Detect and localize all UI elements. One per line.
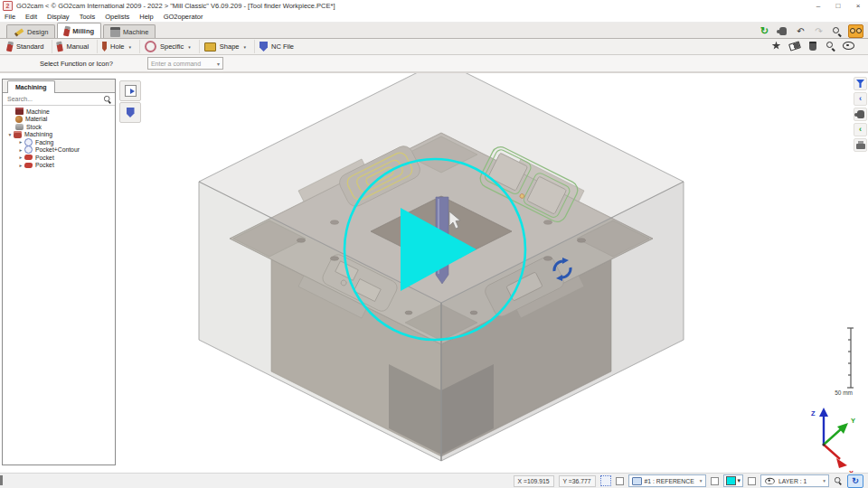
menu-tools[interactable]: Tools [80,13,96,21]
pocket-contour-icon [24,145,33,154]
color-swatch[interactable] [726,476,736,485]
regenerate-button[interactable]: ↻ [847,474,863,488]
specific-dropdown-arrow[interactable]: ▾ [188,44,191,50]
clear-toolpath-icon[interactable] [806,40,819,52]
material-icon [15,116,23,123]
specific-icon [145,41,156,52]
layer-select[interactable]: LAYER : 1 ▾ [760,474,829,487]
reference-select[interactable]: #1 : REFERENCE ▾ [628,474,706,487]
menu-help[interactable]: Help [139,13,153,21]
tree-label: Material [25,116,47,122]
tree-item-machine[interactable]: Machine [3,108,115,116]
chevron-down-icon[interactable]: ▾ [823,478,826,483]
pocket-icon [24,155,33,160]
simulation-icon[interactable] [769,40,783,52]
reference-label: #1 : REFERENCE [645,478,694,484]
standard-button[interactable]: Standard [3,40,52,53]
viewport-3d[interactable]: 50 mm Z Y X [116,73,868,478]
command-combobox[interactable]: Enter a command ▾ [147,57,223,70]
operation-preview-button[interactable] [119,80,141,101]
zoom-window-icon[interactable] [824,40,837,52]
grab-hand-icon[interactable] [854,108,867,121]
shape-button[interactable]: Shape ▾ [200,40,255,53]
hole-dropdown-arrow[interactable]: ▾ [129,44,132,50]
tree-item-stock[interactable]: Stock [3,123,115,131]
machining-tree: Machine Material Stock ▾ Machining ▸ [3,106,115,465]
hole-icon [102,42,107,52]
layer-checkbox[interactable] [748,477,756,485]
collapse-green-icon[interactable]: ‹ [854,123,867,136]
menu-display[interactable]: Display [47,13,70,21]
design-icon [14,27,24,36]
filter-icon[interactable] [854,77,867,90]
shape-dropdown-arrow[interactable]: ▾ [243,44,246,50]
layer-label: LAYER : 1 [778,478,807,484]
zoom-icon[interactable] [830,25,844,37]
undo-icon[interactable]: ↶ [794,25,807,37]
collapse-blue-icon[interactable]: ‹ [854,92,867,106]
grid-snap-icon[interactable] [600,475,611,486]
manual-button[interactable]: Manual [52,40,98,53]
standard-icon [6,41,14,52]
search-icon[interactable] [104,96,111,103]
chevron-down-icon[interactable]: ▾ [700,478,703,483]
redo-icon[interactable]: ↷ [812,25,826,37]
milling-icon [63,25,71,36]
nc-file-icon [259,42,268,52]
chevron-down-icon[interactable]: ▾ [217,61,220,67]
tree-item-facing[interactable]: ▸ Facing [3,138,115,146]
menu-bar: File Edit Display Tools Opelists Help GO… [0,12,868,23]
menu-go2operator[interactable]: GO2operator [164,13,203,21]
print-icon[interactable] [854,138,867,152]
color-checkbox[interactable] [711,477,719,485]
tab-milling-label: Milling [72,27,94,35]
stock-icon [15,124,24,130]
expander-icon[interactable]: ▸ [17,139,24,145]
expander-icon[interactable]: ▸ [17,155,24,160]
color-picker[interactable]: ▾ [723,474,743,487]
zoom-extents-icon[interactable] [835,477,842,484]
reference-checkbox[interactable] [616,477,624,485]
view-toolbar-top: ↻ ↶ ↷ [758,24,863,38]
menu-edit[interactable]: Edit [25,13,37,21]
tree-item-pocket-2[interactable]: ▸ Pocket [3,162,115,170]
search-bar [3,93,115,106]
machining-icon [14,131,22,138]
tree-item-pocket-1[interactable]: ▸ Pocket [3,154,115,162]
menu-opelists[interactable]: Opelists [105,13,129,21]
y-coordinate: Y =36.777 [559,475,596,487]
tree-item-material[interactable]: Material [3,116,115,124]
x-coordinate: X =109.915 [514,475,554,487]
visibility-icon[interactable] [842,40,855,52]
minimize-button[interactable]: – [808,0,828,12]
right-rail-toolbar: ‹ ‹ [854,77,867,152]
expander-icon[interactable]: ▸ [17,147,24,153]
menu-file[interactable]: File [5,13,15,21]
tree-item-machining[interactable]: ▾ Machining [3,131,115,139]
regen-icon[interactable]: ↻ [758,25,771,37]
pan-hand-icon[interactable] [776,25,789,37]
nc-file-button[interactable]: NC File [255,40,302,53]
tree-item-pocket-contour[interactable]: ▸ Pocket+Contour [3,146,115,155]
specific-button[interactable]: Specific ▾ [140,40,200,53]
expander-icon[interactable]: ▸ [17,163,24,168]
tab-milling[interactable]: Milling [57,23,101,38]
tab-machine[interactable]: Machine [103,24,156,38]
go2cam-window: 2 GO2cam < © GO2cam International 2009 -… [0,0,868,488]
machining-panel: Machining Machine Material Stock [2,79,116,465]
title-bar: 2 GO2cam < © GO2cam International 2009 -… [0,0,868,12]
search-input[interactable] [5,95,103,103]
glasses-view-icon[interactable] [848,24,863,38]
chevron-down-icon[interactable]: ▾ [738,477,741,484]
maximize-button[interactable]: □ [828,0,848,12]
hole-button[interactable]: Hole ▾ [98,40,140,53]
tab-design[interactable]: Design [6,24,55,38]
scale-label: 50 mm [835,389,853,396]
eraser-icon[interactable] [788,40,801,52]
close-button[interactable]: × [848,0,868,12]
tab-machining-panel[interactable]: Machining [7,80,55,93]
eye-icon [765,478,774,484]
tree-label: Pocket+Contour [35,146,80,153]
tool-display-button[interactable] [119,102,141,123]
expander-icon[interactable]: ▾ [6,132,14,137]
